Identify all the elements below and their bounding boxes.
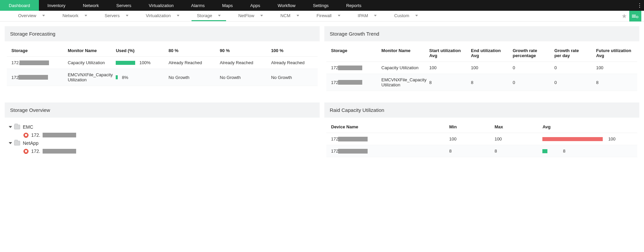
col-start: Start utilization Avg [425, 45, 466, 62]
subnav-ncm[interactable]: NCM [275, 11, 305, 21]
dashboard-grid: Storage Forecasting Storage Monitor Name… [0, 22, 644, 169]
table-row[interactable]: 172. Capacity Utilization 100% Already R… [7, 57, 318, 69]
more-menu-icon[interactable]: ⋮ [635, 0, 644, 11]
error-icon: ✖ [23, 149, 29, 154]
folder-icon [14, 141, 20, 145]
subnav-label: Storage [197, 13, 212, 18]
add-widget-button[interactable] [629, 11, 641, 22]
raid-table: Device Name Min Max Avg 172 100 100 [326, 121, 637, 157]
chevron-down-icon [338, 15, 340, 16]
panel-growth: Storage Growth Trend Storage Monitor Nam… [324, 26, 639, 98]
panel-raid: Raid Capacity Utilization Device Name Mi… [324, 102, 639, 164]
p90: No Growth [215, 69, 266, 86]
topnav-maps[interactable]: Maps [213, 0, 241, 11]
tree-folder-netapp[interactable]: NetApp [9, 139, 318, 147]
topnav-alarms[interactable]: Alarms [182, 0, 213, 11]
tree-item[interactable]: ✖ 172. [9, 131, 318, 139]
p80: No Growth [164, 69, 215, 86]
chevron-down-icon [85, 15, 87, 16]
start: 100 [425, 62, 466, 74]
topnav-apps[interactable]: Apps [241, 0, 269, 11]
end: 8 [466, 74, 508, 91]
table-row[interactable]: 172 100 100 100 [326, 133, 637, 145]
topnav-reports[interactable]: Reports [337, 0, 370, 11]
folder-label: NetApp [23, 140, 39, 146]
monitor-name: EMCVNXFile_Capacity Utilization [377, 74, 425, 91]
p90: Already Reached [215, 57, 266, 69]
topnav-inventory[interactable]: Inventory [39, 0, 74, 11]
col-storage: Storage [326, 45, 377, 62]
table-row[interactable]: 172 EMCVNXFile_Capacity Utilization 8 8 … [326, 74, 637, 91]
subnav-servers[interactable]: Servers [99, 11, 134, 21]
subnav-overview[interactable]: Overview [13, 11, 50, 21]
redacted-ip [19, 60, 49, 65]
col-max: Max [490, 121, 538, 133]
expand-icon [9, 142, 12, 144]
col-monitor: Monitor Name [63, 45, 111, 57]
subnav-storage[interactable]: Storage [192, 11, 226, 21]
col-80: 80 % [164, 45, 215, 57]
topnav-settings[interactable]: Settings [304, 0, 337, 11]
min: 100 [444, 133, 490, 145]
subnav-label: NetFlow [238, 13, 254, 18]
usage-bar: 8% [116, 75, 159, 80]
subnav-custom[interactable]: Custom [389, 11, 423, 21]
topnav-servers[interactable]: Servers [108, 0, 140, 11]
chevron-down-icon [126, 15, 128, 16]
start: 8 [425, 74, 466, 91]
redacted-ip [43, 133, 76, 137]
col-perday: Growth rate per day [550, 45, 591, 62]
max: 8 [490, 145, 538, 157]
subnav-label: Servers [105, 13, 120, 18]
subnav-label: Network [62, 13, 78, 18]
min: 8 [444, 145, 490, 157]
favorite-icon[interactable]: ★ [619, 11, 629, 22]
device-name: 172 [331, 149, 440, 154]
chevron-down-icon [177, 15, 179, 16]
col-monitor: Monitor Name [377, 45, 425, 62]
panel-title: Storage Forecasting [5, 26, 320, 41]
table-row[interactable]: 172 EMCVNXFile_Capacity Utilization 8% N… [7, 69, 318, 86]
storage-ip: 172 [11, 75, 58, 80]
topnav-dashboard[interactable]: Dashboard [0, 0, 39, 11]
col-future: Future utilization Avg [591, 45, 637, 62]
col-used: Used (%) [111, 45, 164, 57]
col-avg: Avg [538, 121, 637, 133]
topnav-workflow[interactable]: Workflow [269, 0, 304, 11]
subnav-firewall[interactable]: Firewall [311, 11, 346, 21]
chevron-down-icon [218, 15, 221, 16]
chevron-down-icon [260, 15, 263, 16]
col-storage: Storage [7, 45, 63, 57]
chevron-down-icon [42, 15, 45, 16]
topnav: Dashboard Inventory Network Servers Virt… [0, 0, 644, 11]
col-90: 90 % [215, 45, 266, 57]
subnav-ipam[interactable]: IPAM [353, 11, 382, 21]
folder-label: EMC [23, 124, 33, 130]
col-100: 100 % [266, 45, 318, 57]
subnav-label: Firewall [317, 13, 332, 18]
col-end: End utilization Avg [466, 45, 508, 62]
topnav-network[interactable]: Network [74, 0, 108, 11]
chevron-down-icon [297, 15, 299, 16]
panel-overview: Storage Overview EMC ✖ 172. NetApp [5, 102, 320, 164]
tree-item[interactable]: ✖ 172. [9, 147, 318, 155]
subnav: Overview Network Servers Virtualization … [0, 11, 644, 22]
forecasting-table: Storage Monitor Name Used (%) 80 % 90 % … [7, 45, 318, 86]
monitor-name: Capacity Utilization [377, 62, 425, 74]
monitor-name: Capacity Utilization [63, 57, 111, 69]
error-icon: ✖ [23, 133, 29, 138]
table-row[interactable]: 172 Capacity Utilization 100 100 0 0 100 [326, 62, 637, 74]
subnav-label: Virtualization [146, 13, 171, 18]
future: 100 [591, 62, 637, 74]
col-min: Min [444, 121, 490, 133]
subnav-network[interactable]: Network [57, 11, 93, 21]
usage-bar: 100% [116, 60, 159, 65]
table-row[interactable]: 172 8 8 8 [326, 145, 637, 157]
p100: No Growth [266, 69, 318, 86]
tree-folder-emc[interactable]: EMC [9, 123, 318, 131]
topnav-virtualization[interactable]: Virtualization [140, 0, 182, 11]
redacted-ip [338, 66, 362, 70]
subnav-virtualization[interactable]: Virtualization [141, 11, 185, 21]
subnav-netflow[interactable]: NetFlow [233, 11, 268, 21]
growth-table: Storage Monitor Name Start utilization A… [326, 45, 637, 91]
